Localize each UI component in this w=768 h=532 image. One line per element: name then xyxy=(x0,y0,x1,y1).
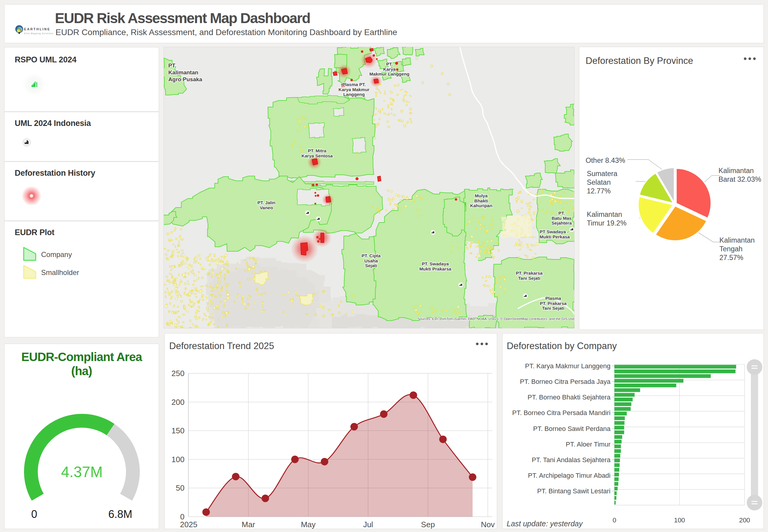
svg-text:50: 50 xyxy=(176,483,184,492)
svg-text:4.37M: 4.37M xyxy=(61,464,103,480)
svg-text:Elite Mapping Solutions: Elite Mapping Solutions xyxy=(24,32,53,35)
svg-text:Tengah: Tengah xyxy=(719,245,743,253)
svg-text:Karya Sentosa: Karya Sentosa xyxy=(301,153,333,158)
svg-text:PT. Aloer Timur: PT. Aloer Timur xyxy=(566,441,611,448)
svg-text:Tani Sejati: Tani Sejati xyxy=(518,276,540,281)
svg-text:Selatan: Selatan xyxy=(587,178,611,186)
svg-text:100: 100 xyxy=(674,516,685,524)
svg-text:0: 0 xyxy=(613,516,616,524)
svg-text:Batu Mas: Batu Mas xyxy=(552,216,572,221)
svg-text:12.77%: 12.77% xyxy=(587,187,611,195)
svg-text:Karya: Karya xyxy=(383,67,396,72)
svg-text:PT. Borneo Sawit Perdana: PT. Borneo Sawit Perdana xyxy=(533,425,611,432)
svg-text:0: 0 xyxy=(31,508,37,520)
svg-text:Nov: Nov xyxy=(481,520,495,529)
svg-text:PT.: PT. xyxy=(558,211,565,216)
svg-text:PT. Karya Makmur Langgeng: PT. Karya Makmur Langgeng xyxy=(525,362,611,370)
svg-text:200: 200 xyxy=(739,516,750,524)
svg-text:PT. Borneo Bhakti Sejahtera: PT. Borneo Bhakti Sejahtera xyxy=(528,393,611,401)
svg-text:Barat 32.03%: Barat 32.03% xyxy=(719,175,761,183)
svg-text:PT. Borneo Citra Persada Jaya: PT. Borneo Citra Persada Jaya xyxy=(520,378,611,385)
svg-text:Mukti Perkasa: Mukti Perkasa xyxy=(540,234,570,239)
svg-text:PT.: PT. xyxy=(168,62,176,69)
svg-text:PT. Borneo Citra Persada Mandi: PT. Borneo Citra Persada Mandiri xyxy=(512,409,611,417)
svg-text:Makmur Langgeng: Makmur Langgeng xyxy=(369,71,409,76)
svg-text:Bhakti: Bhakti xyxy=(474,198,488,203)
svg-text:Plasma PT.: Plasma PT. xyxy=(342,82,366,87)
svg-text:PT. Prakarsa: PT. Prakarsa xyxy=(516,270,543,276)
svg-text:27.57%: 27.57% xyxy=(719,254,743,262)
svg-text:200: 200 xyxy=(172,398,184,407)
svg-text:Mulya: Mulya xyxy=(475,193,488,198)
svg-text:250: 250 xyxy=(172,369,184,378)
svg-text:PT. Archipelago Timur Abadi: PT. Archipelago Timur Abadi xyxy=(528,472,611,479)
svg-text:PT.: PT. xyxy=(386,61,393,67)
svg-text:Jul: Jul xyxy=(363,520,373,529)
svg-text:PT. Prakarsa: PT. Prakarsa xyxy=(540,301,567,306)
svg-text:PT. Cipta: PT. Cipta xyxy=(361,253,381,258)
svg-text:Sejati: Sejati xyxy=(365,263,377,268)
svg-text:Kahuripan: Kahuripan xyxy=(470,203,492,208)
svg-text:Kalimantan: Kalimantan xyxy=(719,167,754,175)
svg-text:Plasma: Plasma xyxy=(545,296,561,301)
svg-text:Sources: Esri, TomTom, Garmin,: Sources: Esri, TomTom, Garmin, FAO, NOAA… xyxy=(418,317,574,321)
svg-text:Kalimantan: Kalimantan xyxy=(168,69,198,76)
svg-text:Sep: Sep xyxy=(421,520,435,529)
svg-text:Mar: Mar xyxy=(242,520,255,529)
svg-text:Other 8.43%: Other 8.43% xyxy=(586,157,625,164)
svg-text:Sumatera: Sumatera xyxy=(587,170,618,178)
svg-text:May: May xyxy=(301,520,315,529)
svg-text:Vaneo: Vaneo xyxy=(260,205,273,210)
svg-text:2025: 2025 xyxy=(180,520,197,529)
svg-text:Mukti Prakarsa: Mukti Prakarsa xyxy=(420,266,452,271)
svg-text:Sejahtera: Sejahtera xyxy=(551,220,572,226)
svg-text:Langgeng: Langgeng xyxy=(343,92,365,97)
svg-text:Kalimantan: Kalimantan xyxy=(587,211,622,218)
svg-text:PT. Jalin: PT. Jalin xyxy=(257,200,275,205)
svg-text:Agro Pusaka: Agro Pusaka xyxy=(168,76,202,82)
svg-text:Kalimantan: Kalimantan xyxy=(719,236,755,244)
svg-text:PT. Tani Andalas Sejahtera: PT. Tani Andalas Sejahtera xyxy=(532,456,611,464)
svg-text:Timur 19.2%: Timur 19.2% xyxy=(587,219,626,227)
svg-text:EARTHLINE: EARTHLINE xyxy=(24,27,50,31)
svg-text:PT Swadaya ⌐: PT Swadaya ⌐ xyxy=(540,229,570,234)
svg-text:Karya Makmur: Karya Makmur xyxy=(338,87,369,92)
svg-text:100: 100 xyxy=(172,455,184,464)
svg-text:Usaha: Usaha xyxy=(364,258,378,263)
svg-text:6.8M: 6.8M xyxy=(108,508,132,520)
svg-text:150: 150 xyxy=(172,426,184,435)
svg-text:PT. Swadaya: PT. Swadaya xyxy=(422,261,449,266)
svg-text:Tani Sejati: Tani Sejati xyxy=(542,306,564,311)
svg-text:PT. Mitra: PT. Mitra xyxy=(308,148,326,153)
svg-text:PT. Bintang Sawit Lestari: PT. Bintang Sawit Lestari xyxy=(537,487,611,495)
